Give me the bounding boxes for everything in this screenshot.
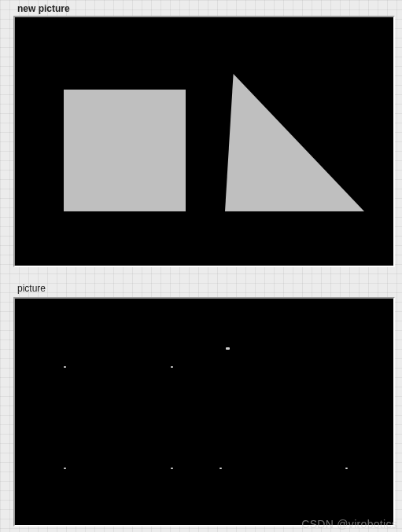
canvas-content-top bbox=[15, 17, 393, 266]
feature-point bbox=[64, 468, 66, 469]
image-display-picture[interactable] bbox=[13, 297, 395, 526]
panel-label-new-picture: new picture bbox=[17, 3, 70, 14]
panel-label-picture: picture bbox=[17, 283, 46, 294]
feature-point bbox=[219, 468, 222, 469]
feature-point bbox=[345, 468, 348, 469]
feature-point bbox=[226, 347, 230, 350]
feature-point bbox=[64, 366, 66, 368]
feature-point bbox=[171, 468, 173, 469]
image-display-new-picture[interactable] bbox=[13, 16, 395, 267]
feature-point bbox=[171, 366, 173, 368]
square-shape bbox=[64, 90, 186, 211]
triangle-shape bbox=[225, 74, 364, 211]
canvas-content-bottom bbox=[15, 299, 393, 525]
